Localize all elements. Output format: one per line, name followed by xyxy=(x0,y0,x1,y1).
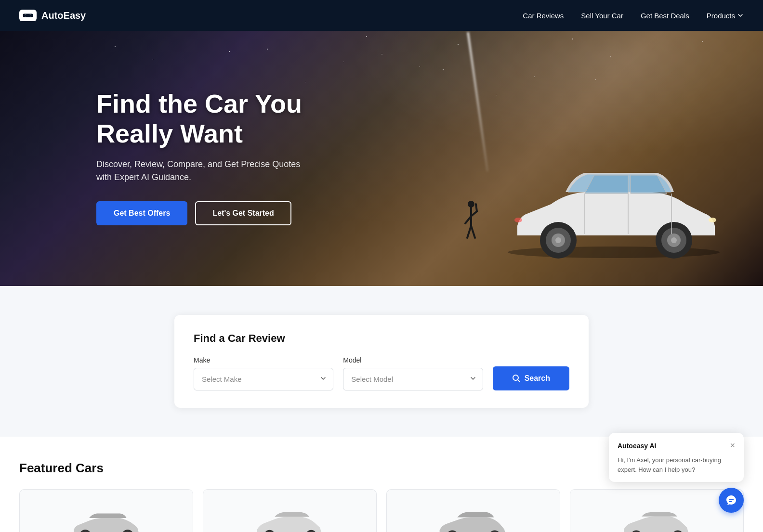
search-icon xyxy=(512,374,521,383)
hero-subtitle: Discover, Review, Compare, and Get Preci… xyxy=(96,158,318,184)
chatbot-header: Autoeasy AI × xyxy=(618,441,735,451)
navbar: AutoEasy Car Reviews Sell Your Car Get B… xyxy=(0,0,763,31)
hero-buttons: Get Best Offers Let's Get Started xyxy=(96,201,318,225)
model-field-group: Model Select Model xyxy=(343,356,483,390)
search-section: Find a Car Review Make Select Make Toyot… xyxy=(0,286,763,437)
featured-car-svg-4 xyxy=(618,511,696,532)
navbar-nav: Car Reviews Sell Your Car Get Best Deals… xyxy=(523,12,744,20)
chatbot-close-button[interactable]: × xyxy=(730,441,735,451)
featured-car-card[interactable] xyxy=(386,489,560,532)
hero-car-image xyxy=(488,142,739,267)
svg-point-12 xyxy=(671,237,677,243)
chatbot-icon xyxy=(725,494,737,506)
featured-car-svg-3 xyxy=(435,511,512,532)
search-card: Find a Car Review Make Select Make Toyot… xyxy=(174,315,589,408)
chatbot-name: Autoeasy AI xyxy=(618,442,656,450)
featured-car-svg-2 xyxy=(251,511,329,532)
hero-section: Find the Car You Really Want Discover, R… xyxy=(0,31,763,286)
model-label: Model xyxy=(343,356,483,364)
nav-sell-car[interactable]: Sell Your Car xyxy=(581,12,623,20)
hero-person-svg xyxy=(461,199,481,247)
hero-title: Find the Car You Really Want xyxy=(96,89,318,148)
svg-point-14 xyxy=(514,218,522,222)
hero-person-silhouette xyxy=(461,199,481,247)
search-card-title: Find a Car Review xyxy=(194,332,569,345)
brand-name: AutoEasy xyxy=(41,10,86,21)
chevron-down-icon xyxy=(737,12,744,19)
brand-svg xyxy=(22,12,34,19)
make-label: Make xyxy=(194,356,333,364)
make-select-wrapper: Select Make Toyota Honda Ford BMW Merced… xyxy=(194,368,333,390)
model-select[interactable]: Select Model xyxy=(343,368,483,390)
featured-car-card[interactable] xyxy=(19,489,193,532)
svg-point-13 xyxy=(709,218,716,222)
hero-car-svg xyxy=(488,142,739,267)
chatbot-bubble: Autoeasy AI × Hi, I'm Axel, your persona… xyxy=(609,433,744,482)
nav-car-reviews[interactable]: Car Reviews xyxy=(523,12,564,20)
brand-logo[interactable]: AutoEasy xyxy=(19,10,86,21)
chatbot-fab-button[interactable] xyxy=(719,488,744,513)
nav-products-dropdown[interactable]: Products xyxy=(707,12,744,20)
search-button[interactable]: Search xyxy=(493,366,569,390)
nav-best-deals[interactable]: Get Best Deals xyxy=(641,12,689,20)
chatbot-message: Hi, I'm Axel, your personal car-buying e… xyxy=(618,455,735,474)
get-best-offers-button[interactable]: Get Best Offers xyxy=(96,201,187,225)
make-select[interactable]: Select Make Toyota Honda Ford BMW Merced… xyxy=(194,368,333,390)
hero-content: Find the Car You Really Want Discover, R… xyxy=(96,89,318,225)
svg-point-18 xyxy=(468,201,474,208)
chatbot-widget: Autoeasy AI × Hi, I'm Axel, your persona… xyxy=(609,433,744,513)
brand-icon xyxy=(19,10,37,21)
make-field-group: Make Select Make Toyota Honda Ford BMW M… xyxy=(194,356,333,390)
svg-rect-3 xyxy=(24,14,31,16)
search-fields: Make Select Make Toyota Honda Ford BMW M… xyxy=(194,356,569,390)
lets-get-started-button[interactable]: Let's Get Started xyxy=(195,201,291,225)
model-select-wrapper: Select Model xyxy=(343,368,483,390)
featured-car-svg-1 xyxy=(68,511,145,532)
featured-car-card[interactable] xyxy=(203,489,377,532)
svg-point-8 xyxy=(555,237,561,243)
